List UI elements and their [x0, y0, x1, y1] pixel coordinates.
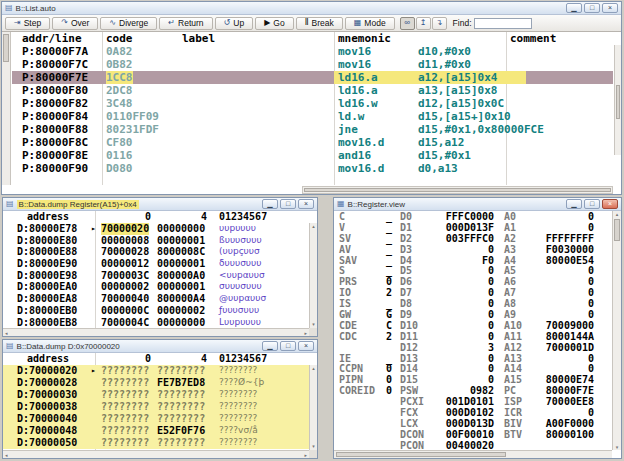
minimize-button[interactable]: ▁: [566, 199, 582, 209]
register-row[interactable]: V _ D1 000D013F A1 0: [334, 222, 621, 233]
register-row[interactable]: AV _ D3 0 A3 F0030000: [334, 244, 621, 255]
scrollbar-thumb[interactable]: [336, 452, 506, 457]
list-window-titlebar[interactable]: ▤ B::List.auto ▁ □ ×: [2, 2, 621, 15]
minimize-button[interactable]: ▁: [262, 341, 278, 351]
dump-row[interactable]: D:70000030 ▸ ???????? ???????? ????????: [3, 389, 317, 401]
resize-grip[interactable]: [309, 450, 317, 458]
dump-row[interactable]: D:80000E80 ▸ 00000008 00000001 ßυυυσυυυ: [3, 235, 317, 247]
toolbar-button[interactable]: ▶ Go: [255, 17, 294, 30]
register-row[interactable]: DCON 00F00010 BTV 80000100: [334, 429, 621, 440]
maximize-button[interactable]: □: [584, 3, 600, 13]
toolbar-button[interactable]: ↵ Return: [159, 17, 212, 30]
register-row[interactable]: GW G D9 0 A9 0: [334, 309, 621, 320]
register-row[interactable]: IO 2 D7 0 A7 0: [334, 287, 621, 298]
register-row[interactable]: CDE C D10 0 A10 70009000: [334, 320, 621, 331]
scroll-up-arrow[interactable]: ▴: [616, 211, 619, 217]
minimize-button[interactable]: ▁: [566, 3, 582, 13]
disassembly-row[interactable]: P:80000F80 2DC8 ld16.a a13,[a15]0x8: [12, 84, 613, 97]
dump-row[interactable]: D:70000028 ▸ ???????? FE7B7ED8 ????Ø~{þ: [3, 377, 317, 389]
scroll-down-arrow[interactable]: ▾: [613, 444, 621, 450]
disassembly-row[interactable]: P:80000F88 80231FDF jne d15,#0x1,0x80000…: [12, 123, 613, 136]
register-row[interactable]: CCPN 0 D14 0 A14 0: [334, 363, 621, 374]
dump-row[interactable]: D:80000E90 ▸ 00000012 00000001 δυυυσυυυ: [3, 258, 317, 270]
scroll-down-arrow[interactable]: ▾: [310, 443, 317, 450]
register-row[interactable]: COREID 0 PSW 0982 PC 80000F7E: [334, 385, 621, 396]
dump-row[interactable]: D:70000020 ▸ ???????? ???????? ????????: [3, 365, 317, 377]
minimize-button[interactable]: ▁: [262, 199, 278, 209]
dump1-vertical-scrollbar[interactable]: ▴▾: [309, 223, 317, 328]
maximize-button[interactable]: □: [584, 199, 600, 209]
register-row[interactable]: PCXI 001D0101 ISP 70000EE8: [334, 396, 621, 407]
toolbar-button[interactable]: ∿ Diverge: [100, 17, 157, 30]
register-row[interactable]: PCON 00400020: [334, 440, 621, 451]
disassembly-row[interactable]: P:80000F7E 1CC8 ld16.a a12,[a15]0x4: [12, 71, 613, 84]
register-row[interactable]: PRS 0 D6 0 A6 0: [334, 276, 621, 287]
register-titlebar[interactable]: ▦ B::Register.view ▁ □ ×: [334, 198, 621, 211]
register-row[interactable]: IE _ D13 0 A13 0: [334, 353, 621, 364]
find-input[interactable]: [474, 18, 532, 29]
scrollbar-thumb[interactable]: [614, 219, 620, 241]
scroll-down-arrow[interactable]: ▾: [310, 321, 317, 328]
dump-row[interactable]: D:80000E98 ▸ 7000003C 800000A0 <υυpαυυσ: [3, 270, 317, 282]
scroll-right-arrow[interactable]: ▸: [304, 452, 307, 458]
dump2-vertical-scrollbar[interactable]: ▴▾: [309, 365, 317, 450]
scroll-left-arrow[interactable]: ◂: [5, 330, 8, 336]
disassembly-row[interactable]: P:80000F7C 0B82 mov16 d11,#0x0: [12, 58, 613, 71]
register-row[interactable]: D12 3 A12 7000001D: [334, 342, 621, 353]
scrollbar-thumb[interactable]: [304, 188, 611, 192]
close-button[interactable]: ×: [298, 341, 314, 351]
toolbar-icon-button[interactable]: ↴: [432, 17, 447, 30]
disassembly-row[interactable]: P:80000F8C CF80 mov16.d d15,a12: [12, 136, 613, 149]
dump1-horizontal-scrollbar[interactable]: ◂▸: [3, 328, 309, 336]
maximize-button[interactable]: □: [280, 341, 296, 351]
resize-grip[interactable]: [309, 328, 317, 336]
scroll-left-arrow[interactable]: ◂: [5, 452, 8, 458]
scroll-up-arrow[interactable]: ▴: [310, 223, 317, 230]
list-right-scrollbar[interactable]: [614, 45, 621, 155]
scrollbar-thumb[interactable]: [3, 34, 9, 62]
maximize-button[interactable]: □: [280, 199, 296, 209]
register-row[interactable]: IS _ D8 0 A8 0: [334, 298, 621, 309]
scroll-right-arrow[interactable]: ▸: [304, 330, 307, 336]
close-button[interactable]: ×: [602, 199, 618, 209]
register-row[interactable]: LCX 000D013D BIV A00F0000: [334, 418, 621, 429]
dump-row[interactable]: D:80000E78 ▸ 70000020 00000000 υυpυυυυ: [3, 223, 317, 235]
close-button[interactable]: ×: [602, 3, 618, 13]
list-vertical-scrollbar[interactable]: [2, 32, 11, 185]
dump1-titlebar[interactable]: ▤ B::Data.dump Register(A15)+0x4 ▁ □ ×: [3, 198, 317, 211]
dump2-titlebar[interactable]: ▤ B::Data.dump D:0x70000020 ▁ □ ×: [3, 340, 317, 353]
register-row[interactable]: SAV _ D4 F0 A4 80000E54: [334, 255, 621, 266]
register-horizontal-scrollbar[interactable]: [334, 450, 612, 458]
dump-row[interactable]: D:80000EA8 ▸ 70000040 800000A4 @υυpαυυσ: [3, 293, 317, 305]
close-button[interactable]: ×: [298, 199, 314, 209]
register-row[interactable]: FCX 000D0102 ICR 0: [334, 407, 621, 418]
disassembly-row[interactable]: P:80000F7A 0A82 mov16 d10,#0x0: [12, 45, 613, 58]
toolbar-icon-button[interactable]: ↥: [416, 17, 431, 30]
dump-row[interactable]: D:80000E88 ▸ 70000028 8000008C (υυpçυυσ: [3, 246, 317, 258]
register-row[interactable]: S _ D5 0 A5 0: [334, 265, 621, 276]
toolbar-button[interactable]: ↺ Up: [215, 17, 254, 30]
toolbar-button[interactable]: ▦ Mode: [345, 17, 395, 30]
register-row[interactable]: SV _ D2 003FFFC0 A2 FFFFFFFF: [334, 233, 621, 244]
register-vertical-scrollbar[interactable]: ▴ ▾: [612, 211, 621, 450]
dump-row[interactable]: D:70000040 ▸ ???????? ???????? ????????: [3, 413, 317, 425]
toolbar-button[interactable]: ↷ Over: [52, 17, 98, 30]
scrollbar-thumb[interactable]: [616, 85, 620, 119]
toolbar-icon-button[interactable]: ∞: [400, 17, 415, 30]
list-horizontal-scrollbar[interactable]: [302, 186, 613, 194]
scroll-up-arrow[interactable]: ▴: [310, 365, 317, 372]
disassembly-row[interactable]: P:80000F82 3C48 ld16.w d12,[a15]0x0C: [12, 97, 613, 110]
disassembly-row[interactable]: P:80000F84 0110FF09 ld.w d15,[a15+]0x10: [12, 110, 613, 123]
dump-row[interactable]: D:70000038 ▸ ???????? ???????? ????????: [3, 401, 317, 413]
dump-row[interactable]: D:80000EB0 ▸ 0000000C 00000002 ƒυυυσυυυ: [3, 305, 317, 317]
dump-row[interactable]: D:80000EA0 ▸ 00000002 00000001 συυυσυυυ: [3, 281, 317, 293]
dump-row[interactable]: D:70000050 ▸ ???????? ???????? ????????: [3, 437, 317, 449]
register-row[interactable]: PIPN 0 D15 0 A15 80000E74: [334, 374, 621, 385]
dump-row[interactable]: D:80000EB8 ▸ 7000004C 00000000 Lυυpυυυυ: [3, 317, 317, 329]
dump-row[interactable]: D:70000048 ▸ ???????? E52F0F76 ????vσ/å: [3, 425, 317, 437]
register-row[interactable]: CDC 2 D11 0 A11 8000144A: [334, 331, 621, 342]
register-row[interactable]: C _ D0 FFFC0000 A0 0: [334, 211, 621, 222]
toolbar-button[interactable]: Ⅱ Break: [296, 17, 343, 30]
dump2-horizontal-scrollbar[interactable]: ◂▸: [3, 450, 309, 458]
disassembly-row[interactable]: P:80000F90 D080 mov16.d d0,a13: [12, 162, 613, 175]
